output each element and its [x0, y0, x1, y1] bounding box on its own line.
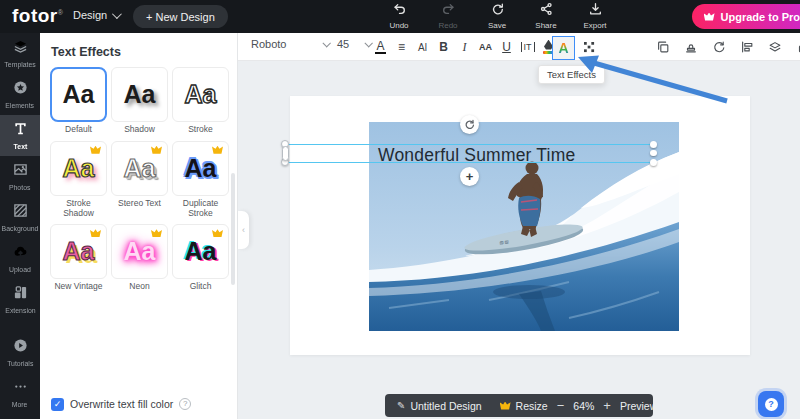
- resize-handle-bottom-right[interactable]: [650, 159, 657, 166]
- rotate-button[interactable]: [708, 35, 729, 59]
- effect-label: New Vintage: [54, 282, 102, 292]
- italic-button[interactable]: I: [454, 35, 475, 59]
- line-spacing-button[interactable]: ≡: [391, 35, 412, 59]
- panel-collapse-tab[interactable]: ‹: [238, 211, 249, 249]
- preview-button[interactable]: Preview: [620, 400, 657, 412]
- effect-sample: Aa: [124, 239, 156, 264]
- redo-button[interactable]: Redo: [431, 2, 465, 30]
- sidebar-item-tutorials[interactable]: Tutorials: [0, 332, 40, 373]
- sidebar-item-templates[interactable]: Templates: [0, 33, 40, 74]
- duplicate-icon: [656, 40, 670, 54]
- position-button[interactable]: [736, 35, 757, 59]
- sidebar-item-background[interactable]: Background: [0, 197, 40, 238]
- effect-sample: Aa: [63, 156, 95, 181]
- overwrite-fill-checkbox[interactable]: ✓: [51, 398, 64, 411]
- uppercase-button[interactable]: AA: [475, 35, 496, 59]
- font-size-select[interactable]: 45: [337, 38, 371, 50]
- share-button[interactable]: Share: [529, 2, 563, 30]
- effect-sample: Aa: [63, 82, 95, 107]
- left-sidebar: Templates Elements Text Photos Backgroun…: [0, 33, 40, 419]
- sidebar-item-elements[interactable]: Elements: [0, 74, 40, 115]
- rotate-handle[interactable]: [460, 115, 479, 134]
- effects-grid: Aa Default Aa Shadow Aa Stroke Aa Stroke…: [40, 67, 237, 292]
- effect-label: Default: [65, 125, 92, 135]
- panel-footer: ✓ Overwrite text fill color ?: [40, 389, 237, 419]
- upgrade-to-pro-button[interactable]: Upgrade to Pro: [692, 4, 800, 29]
- zoom-in-button[interactable]: +: [603, 399, 611, 412]
- sidebar-item-more[interactable]: More: [0, 373, 40, 419]
- effect-card-stereo-text[interactable]: Aa Stereo Text: [111, 141, 168, 219]
- object-actions-group: [652, 33, 800, 61]
- change-case-button[interactable]: Al: [412, 35, 433, 59]
- bold-button[interactable]: B: [433, 35, 454, 59]
- font-family-select[interactable]: Roboto: [251, 38, 329, 50]
- background-icon: [13, 203, 28, 222]
- bottom-status-bar: ✎ Untitled Design Resize − 64% + Preview: [385, 394, 653, 417]
- sidebar-spacer: [0, 320, 40, 332]
- resize-handle-left-middle[interactable]: [282, 146, 289, 161]
- elements-icon: [13, 80, 28, 99]
- effect-sample: Aa: [63, 239, 95, 264]
- lock-icon: [796, 40, 800, 54]
- sidebar-item-photos[interactable]: Photos: [0, 156, 40, 197]
- crown-icon: [704, 13, 715, 21]
- save-sync-icon: [490, 2, 505, 20]
- effect-card-stroke[interactable]: Aa Stroke: [172, 67, 229, 135]
- help-question-icon[interactable]: ?: [179, 398, 191, 410]
- sidebar-item-extension[interactable]: Extension: [0, 279, 40, 320]
- tutorials-play-icon: [13, 338, 28, 357]
- export-button[interactable]: Export: [578, 2, 612, 30]
- text-effects-button[interactable]: A: [552, 36, 575, 60]
- panel-scrollbar[interactable]: [231, 173, 235, 285]
- undo-button[interactable]: Undo: [382, 2, 416, 30]
- crown-icon: [151, 146, 162, 154]
- new-design-button[interactable]: + New Design: [133, 5, 228, 28]
- format-painter-button[interactable]: [680, 35, 701, 59]
- effect-card-new-vintage[interactable]: Aa New Vintage: [50, 224, 107, 292]
- rename-design-button[interactable]: ✎ Untitled Design: [397, 400, 482, 412]
- crown-icon: [90, 146, 101, 154]
- effect-card-neon[interactable]: Aa Neon: [111, 224, 168, 292]
- effect-card-glitch[interactable]: Aa Glitch: [172, 224, 229, 292]
- format-toolbar: Roboto 45 A ≡ Al B I AA U IT A: [238, 33, 800, 61]
- sidebar-item-upload[interactable]: Upload: [0, 238, 40, 279]
- undo-icon: [392, 2, 407, 20]
- zoom-level[interactable]: 64%: [573, 400, 594, 412]
- resize-handle-right-middle[interactable]: [650, 150, 657, 156]
- text-format-group: A ≡ Al B I AA U IT: [370, 33, 559, 61]
- effect-sample: Aa: [185, 82, 217, 107]
- effect-card-default[interactable]: Aa Default: [50, 67, 107, 135]
- zoom-out-button[interactable]: −: [557, 399, 565, 412]
- crown-icon: [212, 146, 223, 154]
- texture-button[interactable]: [579, 35, 600, 59]
- lock-button[interactable]: [792, 35, 800, 59]
- design-menu[interactable]: Design: [73, 9, 119, 21]
- effect-label: Stroke Shadow: [50, 199, 107, 219]
- text-effects-panel: Text Effects Aa Default Aa Shadow Aa Str…: [40, 33, 238, 419]
- crown-icon: [151, 229, 162, 237]
- resize-handle-top-right[interactable]: [650, 141, 657, 148]
- selection-bottom-line: [285, 162, 653, 163]
- sidebar-item-text[interactable]: Text: [0, 115, 40, 156]
- fotor-logo[interactable]: fotor®: [12, 5, 63, 27]
- effect-label: Glitch: [190, 282, 212, 292]
- help-button[interactable]: ?: [758, 391, 784, 417]
- redo-icon: [441, 2, 456, 20]
- duplicate-button[interactable]: [652, 35, 673, 59]
- add-text-handle[interactable]: +: [460, 167, 479, 186]
- effect-label: Shadow: [124, 125, 155, 135]
- layers-button[interactable]: [764, 35, 785, 59]
- effect-label: Stroke: [188, 125, 213, 135]
- texture-pattern-icon: [584, 42, 595, 53]
- crown-icon: [500, 402, 511, 410]
- effect-card-shadow[interactable]: Aa Shadow: [111, 67, 168, 135]
- underline-button[interactable]: U: [496, 35, 517, 59]
- font-color-button[interactable]: A: [370, 35, 391, 59]
- letter-spacing-button[interactable]: IT: [517, 35, 538, 59]
- effect-card-stroke-shadow[interactable]: Aa Stroke Shadow: [50, 141, 107, 219]
- save-button[interactable]: Save: [480, 2, 514, 30]
- effect-card-duplicate-stroke[interactable]: Aa Duplicate Stroke: [172, 141, 229, 219]
- resize-button[interactable]: Resize: [500, 400, 548, 412]
- effect-label: Stereo Text: [118, 199, 161, 209]
- rotate-icon: [464, 119, 475, 130]
